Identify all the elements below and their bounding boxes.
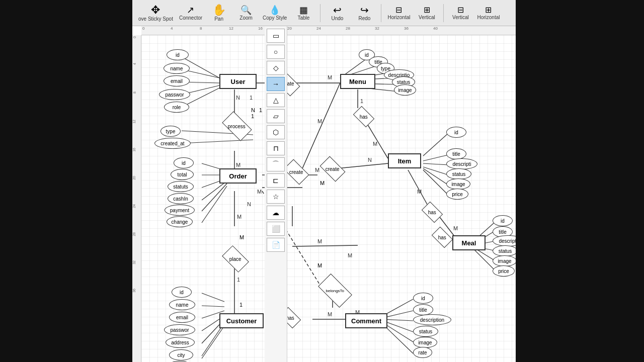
attr-order-status[interactable]: statuts <box>168 181 194 192</box>
svg-line-40 <box>423 168 448 185</box>
has1-relation[interactable]: has <box>353 106 374 127</box>
shapes-panel: ▭ ○ ◇ → △ ▱ ⬡ ⊓ ⌒ ⊏ ☆ ☁ ⬜ 📄 <box>265 26 287 362</box>
attr-comment-title[interactable]: title <box>413 304 433 315</box>
attr-meal-image[interactable]: image <box>493 255 517 266</box>
attr-item-desc[interactable]: descripti <box>446 158 477 169</box>
order-entity[interactable]: Order <box>219 168 257 184</box>
attr-order-type[interactable]: type <box>160 126 181 137</box>
attr-comment-rate[interactable]: rate <box>413 347 432 358</box>
cardinality-m-place: M <box>239 234 244 240</box>
place-relation[interactable]: place <box>222 245 249 273</box>
svg-line-67 <box>202 293 224 302</box>
shape-diamond[interactable]: ◇ <box>267 61 285 75</box>
shape-triangle[interactable]: △ <box>267 93 285 107</box>
attr-meal-price[interactable]: price <box>493 265 515 277</box>
attr-comment-id[interactable]: id <box>413 293 433 304</box>
svg-text:N: N <box>368 157 372 163</box>
attr-item-status[interactable]: status <box>446 168 471 179</box>
redo-button[interactable]: ↪ Redo <box>352 2 377 25</box>
attr-user-email[interactable]: email <box>164 75 190 86</box>
redo-icon: ↪ <box>360 5 369 15</box>
attr-order-cashin[interactable]: cashIn <box>168 193 194 204</box>
connector-icon: ↗ <box>187 6 194 15</box>
shape-note[interactable]: 📄 <box>267 238 285 252</box>
align-h2-label: Horizontal <box>477 15 500 20</box>
attr-order-created-at[interactable]: created_at <box>154 138 191 149</box>
attr-item-price[interactable]: price <box>446 189 468 200</box>
separator-2 <box>381 4 381 22</box>
attr-user-id[interactable]: id <box>167 49 189 60</box>
copy-style-tool[interactable]: 💧 Copy Style <box>261 2 289 25</box>
attr-user-name[interactable]: name <box>164 63 190 74</box>
shape-rectangle[interactable]: ▭ <box>267 29 285 43</box>
attr-customer-id[interactable]: id <box>172 287 192 298</box>
attr-menu-image[interactable]: image <box>394 84 416 96</box>
user-entity[interactable]: User <box>219 74 257 89</box>
svg-text:M: M <box>453 225 458 231</box>
attr-customer-city[interactable]: city <box>169 349 193 360</box>
connector-label: Connector <box>179 15 202 21</box>
align-horizontal-1[interactable]: ⊟ Horizontal <box>385 2 412 25</box>
align-horizontal-2[interactable]: ⊞ Horizontal <box>475 2 502 25</box>
comment-entity[interactable]: Comment <box>345 313 387 328</box>
svg-text:M: M <box>317 238 322 244</box>
attr-order-payment[interactable]: payment <box>165 205 195 216</box>
shape-bracket[interactable]: ⊏ <box>267 173 285 188</box>
shape-cylinder[interactable]: ⊓ <box>267 141 285 155</box>
align-vertical-2[interactable]: ⊟ Vertical <box>448 2 473 25</box>
attr-meal-id[interactable]: id <box>493 215 513 226</box>
menu-entity[interactable]: Menu <box>340 74 375 89</box>
attr-user-role[interactable]: role <box>164 102 189 113</box>
connector-tool[interactable]: ↗ Connector <box>177 2 204 25</box>
table-tool[interactable]: ▦ Table <box>291 2 316 25</box>
has2-relation[interactable]: has <box>422 202 443 223</box>
create2-relation[interactable]: create <box>284 159 309 185</box>
svg-line-38 <box>423 163 448 165</box>
attr-order-total[interactable]: total <box>171 169 194 180</box>
attr-customer-password[interactable]: passwor <box>164 324 195 335</box>
attr-customer-address[interactable]: address <box>166 337 195 348</box>
attr-item-id[interactable]: id <box>446 127 466 138</box>
svg-text:M: M <box>236 162 240 168</box>
svg-line-64 <box>292 245 358 246</box>
attr-item-image[interactable]: image <box>446 178 470 190</box>
shape-hexagon[interactable]: ⬡ <box>267 125 285 139</box>
attr-user-password[interactable]: passwor <box>159 89 190 100</box>
zoom-tool[interactable]: 🔍 Zoom <box>233 2 259 25</box>
pan-tool[interactable]: ✋ Pan <box>206 2 231 25</box>
attr-comment-image[interactable]: image <box>413 337 437 348</box>
undo-button[interactable]: ↩ Undo <box>325 2 350 25</box>
svg-text:1: 1 <box>360 98 363 104</box>
create3-relation[interactable]: create <box>320 156 346 182</box>
svg-line-41 <box>423 170 448 195</box>
process-relation[interactable]: process <box>222 111 252 141</box>
shape-page[interactable]: ⬜ <box>267 222 285 236</box>
attr-comment-status[interactable]: status <box>413 326 438 337</box>
has3-relation[interactable]: has <box>432 227 453 248</box>
shape-chevron[interactable]: ⌒ <box>267 157 285 171</box>
attr-meal-status[interactable]: status <box>493 245 518 256</box>
shape-parallelogram[interactable]: ▱ <box>267 109 285 123</box>
shape-star[interactable]: ☆ <box>267 190 285 204</box>
attr-comment-description[interactable]: description <box>413 314 451 325</box>
shape-circle[interactable]: ○ <box>267 45 285 59</box>
attr-customer-email[interactable]: email <box>169 312 195 323</box>
align-v2-label: Vertical <box>452 15 469 20</box>
attr-order-change[interactable]: change <box>167 216 193 227</box>
copy-style-label: Copy Style <box>263 15 287 21</box>
svg-line-25 <box>202 186 227 223</box>
svg-text:M: M <box>373 141 377 147</box>
attr-customer-name[interactable]: name <box>169 299 195 310</box>
shape-cloud[interactable]: ☁ <box>267 206 285 220</box>
sticky-spot-tool[interactable]: ✥ ove Sticky Spot <box>136 2 175 25</box>
attr-item-title[interactable]: title <box>446 148 466 159</box>
svg-line-79 <box>383 311 413 318</box>
meal-entity[interactable]: Meal <box>452 235 486 250</box>
belongsto-relation[interactable]: belongsTo <box>318 274 352 308</box>
shape-arrow[interactable]: → <box>267 77 285 91</box>
item-entity[interactable]: Item <box>388 153 421 168</box>
customer-entity[interactable]: Customer <box>219 313 264 328</box>
cardinality-user-order-1: 1 <box>259 107 262 113</box>
attr-order-id[interactable]: id <box>174 157 194 168</box>
align-vertical-1[interactable]: ⊞ Vertical <box>414 2 439 25</box>
